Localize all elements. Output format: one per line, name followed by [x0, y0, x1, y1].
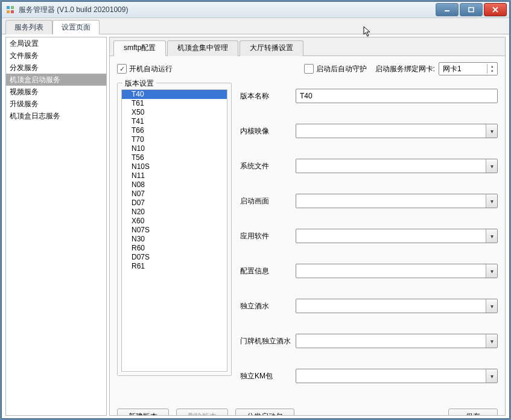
version-item[interactable]: T41: [122, 117, 227, 126]
field-label: 门牌机独立酒水: [240, 336, 296, 346]
field-combo[interactable]: [296, 194, 498, 208]
version-item[interactable]: D07S: [122, 253, 227, 262]
field-label: 版本名称: [240, 91, 296, 101]
version-item[interactable]: T61: [122, 99, 227, 108]
chevron-down-icon[interactable]: [486, 159, 497, 173]
minimize-button[interactable]: [436, 3, 459, 16]
app-icon: [5, 5, 15, 14]
field-label: 应用软件: [240, 231, 296, 241]
version-list[interactable]: T40T61X50T41T66T70N10T56N10SN11N08N07D07…: [121, 89, 227, 372]
version-item[interactable]: R61: [122, 262, 227, 271]
version-item[interactable]: N10S: [122, 162, 227, 171]
sidebar-item[interactable]: 文件服务: [6, 49, 106, 62]
sidebar-item[interactable]: 视频服务: [6, 86, 106, 98]
spinner-down-icon[interactable]: ▾: [487, 69, 497, 74]
version-item[interactable]: T66: [122, 126, 227, 135]
chevron-down-icon[interactable]: [486, 299, 497, 313]
sub-tab-stb-central[interactable]: 机顶盒集中管理: [167, 40, 238, 56]
field-label: 系统文件: [240, 161, 296, 171]
version-item[interactable]: X50: [122, 108, 227, 117]
delete-version-button[interactable]: 删除版本: [176, 409, 228, 415]
field-label: 独立酒水: [240, 301, 296, 311]
sidebar-item[interactable]: 分发服务: [6, 62, 106, 74]
label-autorun: 开机自动运行: [129, 64, 173, 74]
version-group-label: 版本设置: [122, 78, 156, 89]
title-bar: 服务管理器 (V1.0 build 20201009): [2, 2, 509, 18]
dispatch-package-button[interactable]: 分发启动包: [235, 409, 294, 415]
sub-tab-lobby-relay[interactable]: 大厅转播设置: [240, 40, 303, 56]
version-item[interactable]: D07: [122, 199, 227, 208]
svg-rect-3: [11, 10, 14, 13]
close-button[interactable]: [484, 3, 507, 16]
version-item[interactable]: N07S: [122, 226, 227, 235]
svg-rect-0: [7, 6, 10, 9]
version-item[interactable]: N30: [122, 235, 227, 244]
tab-settings-page[interactable]: 设置页面: [52, 20, 100, 34]
checkbox-auto-guard[interactable]: [304, 64, 314, 74]
svg-rect-1: [11, 6, 14, 9]
chevron-down-icon[interactable]: [486, 124, 497, 138]
version-item[interactable]: N11: [122, 171, 227, 180]
sidebar-item[interactable]: 全局设置: [6, 37, 106, 49]
version-item[interactable]: N10: [122, 144, 227, 153]
new-version-button[interactable]: 新建版本: [117, 409, 169, 415]
version-group: 版本设置 T40T61X50T41T66T70N10T56N10SN11N08N…: [117, 83, 232, 376]
version-item[interactable]: N08: [122, 180, 227, 189]
field-text[interactable]: T40: [296, 89, 498, 103]
field-combo[interactable]: [296, 299, 498, 313]
version-item[interactable]: T70: [122, 135, 227, 144]
field-combo[interactable]: [296, 124, 498, 138]
window-controls: [434, 3, 507, 16]
spinner-up-icon[interactable]: ▴: [487, 64, 497, 69]
sidebar-item[interactable]: 升级服务: [6, 98, 106, 110]
field-label: 启动画面: [240, 196, 296, 206]
svg-rect-5: [469, 8, 474, 12]
chevron-down-icon[interactable]: [486, 229, 497, 243]
svg-rect-2: [7, 10, 10, 13]
tab-service-list[interactable]: 服务列表: [5, 20, 52, 34]
sub-tab-smftp[interactable]: smftp配置: [113, 40, 166, 56]
field-label: 独立KM包: [240, 371, 296, 381]
version-item[interactable]: N07: [122, 189, 227, 199]
select-nic-value: 网卡1: [439, 64, 487, 74]
field-combo[interactable]: [296, 159, 498, 173]
maximize-button[interactable]: [460, 3, 483, 16]
settings-sidebar[interactable]: 全局设置文件服务分发服务机顶盒启动服务视频服务升级服务机顶盒日志服务: [5, 37, 107, 416]
select-nic[interactable]: 网卡1 ▴▾: [439, 62, 498, 75]
version-item[interactable]: R60: [122, 244, 227, 253]
field-label: 内核映像: [240, 126, 296, 136]
field-value: T40: [296, 92, 497, 100]
field-combo[interactable]: [296, 264, 498, 278]
label-nic: 启动服务绑定网卡:: [375, 64, 435, 74]
checkbox-autorun[interactable]: [117, 64, 127, 74]
main-tab-bar: 服务列表 设置页面: [2, 18, 509, 34]
version-item[interactable]: T56: [122, 153, 227, 162]
sub-tab-bar: smftp配置 机顶盒集中管理 大厅转播设置: [110, 37, 505, 56]
chevron-down-icon[interactable]: [486, 194, 497, 208]
label-auto-guard: 启动后自动守护: [316, 64, 367, 74]
chevron-down-icon[interactable]: [486, 334, 497, 348]
sidebar-item[interactable]: 机顶盒启动服务: [6, 74, 106, 86]
right-panel: smftp配置 机顶盒集中管理 大厅转播设置 开机自动运行 启动后自动守护 启动…: [109, 37, 506, 416]
field-combo[interactable]: [296, 334, 498, 348]
save-button[interactable]: 保存: [448, 409, 498, 415]
window-title: 服务管理器 (V1.0 build 20201009): [19, 5, 434, 15]
version-item[interactable]: N20: [122, 208, 227, 217]
version-item[interactable]: X60: [122, 217, 227, 226]
field-combo[interactable]: [296, 369, 498, 383]
chevron-down-icon[interactable]: [486, 264, 497, 278]
field-combo[interactable]: [296, 229, 498, 243]
version-item[interactable]: T40: [122, 90, 227, 99]
chevron-down-icon[interactable]: [486, 369, 497, 383]
sidebar-item[interactable]: 机顶盒日志服务: [6, 110, 106, 122]
field-label: 配置信息: [240, 266, 296, 276]
